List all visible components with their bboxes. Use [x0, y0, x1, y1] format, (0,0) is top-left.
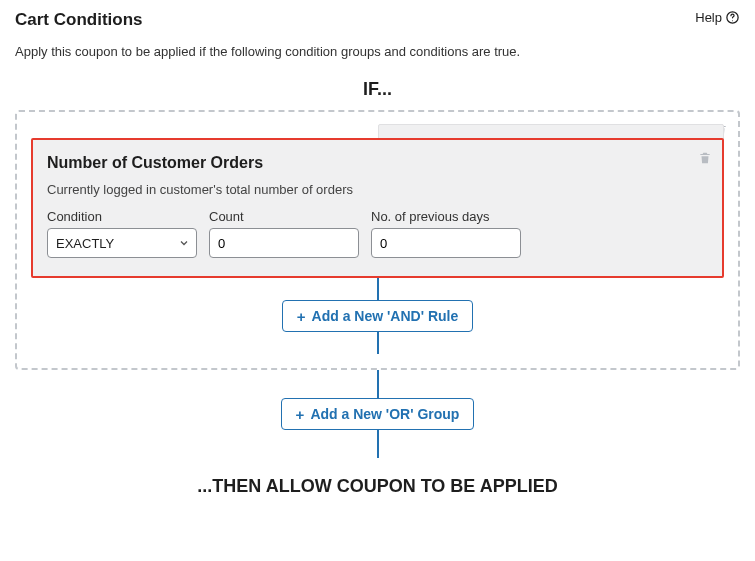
connector-line: [377, 332, 379, 354]
add-and-rule-button[interactable]: + Add a New 'AND' Rule: [282, 300, 473, 332]
plus-icon: +: [296, 407, 305, 422]
condition-value: EXACTLY: [56, 236, 114, 251]
add-or-label: Add a New 'OR' Group: [310, 406, 459, 422]
count-label: Count: [209, 209, 359, 224]
or-group: Number of Customer Orders Currently logg…: [15, 110, 740, 370]
page-title: Cart Conditions: [15, 10, 143, 30]
delete-rule-icon[interactable]: [698, 150, 712, 166]
chevron-down-icon: [178, 237, 190, 249]
connector-line: [377, 278, 379, 300]
condition-select[interactable]: EXACTLY: [47, 228, 197, 258]
svg-point-1: [732, 20, 733, 21]
connector-line: [377, 370, 379, 398]
help-link[interactable]: Help: [695, 10, 740, 25]
rule-card: Number of Customer Orders Currently logg…: [31, 138, 724, 278]
add-or-group-button[interactable]: + Add a New 'OR' Group: [281, 398, 475, 430]
condition-label: Condition: [47, 209, 197, 224]
rule-title: Number of Customer Orders: [47, 154, 708, 172]
page-subtitle: Apply this coupon to be applied if the f…: [15, 44, 740, 59]
days-label: No. of previous days: [371, 209, 521, 224]
then-label: ...THEN ALLOW COUPON TO BE APPLIED: [15, 476, 740, 497]
if-label: IF...: [15, 79, 740, 100]
add-and-label: Add a New 'AND' Rule: [312, 308, 459, 324]
help-icon: [725, 10, 740, 25]
connector-line: [377, 430, 379, 458]
help-label: Help: [695, 10, 722, 25]
days-input[interactable]: [371, 228, 521, 258]
rule-description: Currently logged in customer's total num…: [47, 182, 708, 197]
count-input[interactable]: [209, 228, 359, 258]
plus-icon: +: [297, 309, 306, 324]
